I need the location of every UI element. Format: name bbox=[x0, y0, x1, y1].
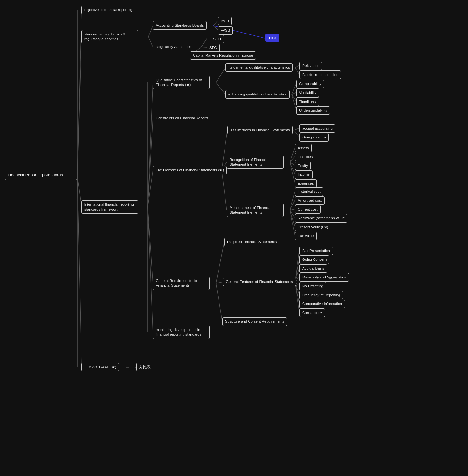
no-offset-node: No Offsetting bbox=[299, 282, 326, 290]
mfse-node: Measurement of Financial Statement Eleme… bbox=[227, 204, 284, 217]
svg-line-5 bbox=[148, 26, 153, 37]
comp-info-node: Comparative Information bbox=[299, 300, 345, 308]
expenses-node: Expenses bbox=[295, 179, 317, 188]
asb-node: Accounting Standards Boards bbox=[153, 21, 207, 30]
svg-line-0 bbox=[77, 10, 81, 176]
realizable-node: Realizable (settlement) value bbox=[295, 214, 347, 223]
relevance-node: Relevance bbox=[299, 62, 322, 70]
svg-line-40 bbox=[290, 210, 295, 218]
svg-line-43 bbox=[216, 242, 224, 283]
svg-line-39 bbox=[290, 209, 295, 210]
fqc-node: fundamental qualitative characteristics bbox=[225, 63, 293, 72]
grfs-node: General Requirements for Financial State… bbox=[153, 277, 210, 290]
cfr-node: Constraints on Financial Reports bbox=[153, 114, 211, 122]
svg-line-3 bbox=[77, 176, 81, 367]
efs-node: The Elements of Financial Statements (★) bbox=[153, 166, 227, 174]
amortised-node: Amortised cost bbox=[295, 196, 325, 205]
accrual2-node: Accrual Basis bbox=[299, 264, 327, 273]
svg-line-46 bbox=[295, 250, 299, 282]
ifrs-node: IFRS vs. GAAP (★) bbox=[81, 363, 119, 371]
mind-map-canvas: Financial Reporting Standards objective … bbox=[0, 0, 468, 476]
svg-line-10 bbox=[201, 47, 207, 47]
svg-line-53 bbox=[295, 282, 299, 312]
rfse-node: Recognition of Financial Statement Eleme… bbox=[227, 156, 284, 169]
svg-line-24 bbox=[292, 92, 296, 95]
svg-line-33 bbox=[290, 156, 295, 162]
svg-line-16 bbox=[148, 207, 153, 283]
svg-line-17 bbox=[148, 207, 153, 332]
svg-line-8 bbox=[213, 26, 218, 30]
equity-node: Equity bbox=[295, 162, 311, 170]
assets-node: Assets bbox=[295, 144, 312, 152]
svg-line-36 bbox=[290, 162, 295, 183]
svg-line-31 bbox=[294, 130, 299, 137]
historical-node: Historical cost bbox=[295, 187, 323, 196]
consistency-node: Consistency bbox=[299, 308, 325, 317]
svg-line-6 bbox=[148, 37, 153, 47]
present-node: Present value (PV) bbox=[295, 223, 331, 231]
svg-line-19 bbox=[216, 68, 225, 82]
root-node: Financial Reporting Standards bbox=[5, 171, 77, 180]
svg-line-2 bbox=[77, 176, 81, 207]
role-badge[interactable]: role bbox=[265, 34, 279, 42]
svg-line-23 bbox=[292, 83, 296, 95]
mdfs-node: monitoring developments in financial rep… bbox=[153, 326, 210, 339]
svg-line-21 bbox=[295, 65, 299, 68]
comparability-node: Comparability bbox=[296, 80, 324, 88]
svg-line-15 bbox=[148, 170, 153, 207]
accrual-node: accrual accounting bbox=[299, 124, 335, 133]
iosco-node: IOSCO bbox=[207, 35, 224, 43]
svg-line-38 bbox=[290, 200, 295, 210]
liabilities-node: Liabilities bbox=[295, 153, 315, 161]
scr-node: Structure and Content Requirements bbox=[222, 317, 287, 326]
verifiability-node: Verifiability bbox=[296, 88, 319, 97]
svg-line-9 bbox=[201, 39, 207, 47]
going-c2-node: Going Concern bbox=[299, 255, 329, 264]
fair-pres-node: Fair Presentation bbox=[299, 247, 333, 255]
dot-node: · bbox=[129, 363, 135, 371]
going-c-node: Going concern bbox=[299, 133, 329, 142]
cmre-node: Capital Markets Regulation in Europe bbox=[190, 51, 256, 60]
svg-line-41 bbox=[290, 210, 295, 227]
svg-line-7 bbox=[213, 21, 218, 26]
fair-val-node: Fair value bbox=[295, 232, 317, 240]
svg-line-20 bbox=[216, 82, 225, 95]
intl-node: international financial reporting standa… bbox=[81, 200, 138, 214]
gffs-node: General Features of Financial Statements bbox=[223, 278, 296, 286]
objective-node: objective of financial reporting bbox=[81, 6, 135, 14]
svg-line-34 bbox=[290, 162, 295, 165]
eqc-node: enhancing qualitative characteristics bbox=[225, 90, 290, 99]
understandability-node: Understandability bbox=[296, 106, 330, 115]
rfs-node: Required Financial Statements bbox=[224, 238, 279, 246]
current-node: Current cost bbox=[295, 205, 321, 214]
fasb-node: FASB bbox=[218, 26, 233, 35]
svg-line-42 bbox=[290, 210, 295, 235]
timeliness-node: Timeliness bbox=[296, 97, 319, 106]
svg-line-45 bbox=[216, 283, 222, 322]
iasb-node: IASB bbox=[218, 17, 232, 25]
svg-line-1 bbox=[77, 37, 81, 176]
faithful-node: Faithful representation bbox=[299, 70, 341, 79]
svg-line-35 bbox=[290, 162, 295, 174]
svg-line-26 bbox=[292, 95, 296, 110]
freq-node: Frequency of Reporting bbox=[299, 291, 343, 299]
svg-line-37 bbox=[290, 191, 295, 210]
ra-node: Regulatory Authorities bbox=[153, 43, 194, 51]
svg-line-29 bbox=[222, 170, 227, 210]
materiality-node: Materiality and Aggregation bbox=[299, 273, 349, 282]
svg-line-22 bbox=[295, 68, 299, 74]
comparison-node: 対比表 bbox=[136, 363, 153, 371]
svg-line-25 bbox=[292, 95, 296, 101]
svg-line-13 bbox=[148, 82, 153, 207]
svg-line-32 bbox=[290, 148, 295, 162]
svg-line-14 bbox=[148, 118, 153, 207]
afs-node: Assumptions in Financial Statements bbox=[227, 126, 293, 134]
qcfr-node: Qualitative Characteristics of Financial… bbox=[153, 76, 210, 89]
svg-line-44 bbox=[216, 282, 223, 283]
svg-line-30 bbox=[294, 128, 299, 130]
ssb-node: standard-setting bodies & regulatory aut… bbox=[81, 30, 138, 43]
income-node: Income bbox=[295, 170, 313, 179]
sec-node: SEC bbox=[207, 44, 220, 52]
